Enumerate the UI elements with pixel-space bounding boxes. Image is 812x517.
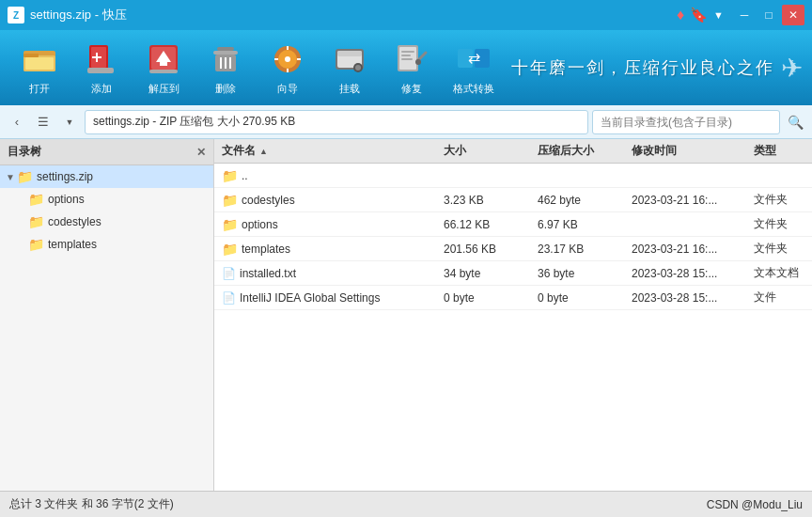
col-compressed-label: 压缩后大小: [538, 144, 594, 157]
row-type-installed: 文本文档: [750, 265, 812, 281]
branding-text: CSDN @Modu_Liu: [707, 498, 803, 511]
close-button[interactable]: ✕: [782, 5, 804, 25]
delete-label: 删除: [215, 82, 236, 96]
sidebar-close-button[interactable]: ✕: [196, 146, 206, 159]
svg-rect-35: [401, 55, 411, 56]
table-row[interactable]: 📁 templates 201.56 KB 23.17 KB 2023-03-2…: [214, 237, 812, 261]
status-text: 总计 3 文件夹 和 36 字节(2 文件): [9, 496, 174, 512]
col-size-label: 大小: [444, 144, 466, 157]
sidebar-item-codestyles[interactable]: 📁 codestyles: [0, 211, 213, 233]
col-header-modified[interactable]: 修改时间: [628, 143, 750, 159]
svg-rect-15: [213, 51, 238, 55]
dropdown-icon[interactable]: ▼: [713, 9, 724, 21]
mount-icon: [331, 40, 368, 78]
table-row[interactable]: 📄 installed.txt 34 byte 36 byte 2023-03-…: [214, 261, 812, 286]
window-controls: ─ □ ✕: [733, 5, 804, 25]
sidebar-item-label-settings-zip: settings.zip: [37, 170, 93, 183]
row-compressed-options: 6.97 KB: [534, 218, 628, 231]
convert-label: 格式转换: [453, 82, 494, 96]
row-compressed-installed: 36 byte: [534, 267, 628, 280]
row-modified-intellij: 2023-03-28 15:...: [628, 291, 750, 305]
table-row[interactable]: 📄 IntelliJ IDEA Global Settings 0 byte 0…: [214, 286, 812, 310]
table-row[interactable]: 📁 ..: [214, 164, 812, 188]
repair-icon: [393, 40, 430, 78]
extract-label: 解压到: [148, 82, 180, 96]
col-header-type[interactable]: 类型: [750, 143, 812, 159]
row-type-templates: 文件夹: [750, 241, 812, 257]
row-compressed-intellij: 0 byte: [534, 291, 628, 305]
sidebar-item-settings-zip[interactable]: ▼ 📁 settings.zip: [0, 165, 213, 188]
add-button[interactable]: 添加: [71, 34, 132, 102]
row-compressed-codestyles: 462 byte: [534, 194, 628, 207]
row-modified-installed: 2023-03-28 15:...: [628, 267, 750, 280]
plane-decoration: ✈: [781, 53, 803, 84]
svg-line-37: [418, 53, 426, 60]
open-icon: [21, 40, 58, 78]
mount-label: 挂载: [339, 82, 360, 96]
row-modified-templates: 2023-03-21 16:...: [628, 243, 750, 256]
row-type-options: 文件夹: [750, 216, 812, 232]
view-toggle-button[interactable]: ☰: [32, 111, 55, 133]
table-row[interactable]: 📁 codestyles 3.23 KB 462 byte 2023-03-21…: [214, 188, 812, 212]
wizard-icon: [269, 40, 306, 78]
row-size-codestyles: 3.23 KB: [440, 194, 534, 207]
convert-button[interactable]: ⇄ 格式转换: [444, 34, 504, 102]
row-compressed-templates: 23.17 KB: [534, 243, 628, 256]
extract-icon: [145, 40, 182, 78]
extract-button[interactable]: 解压到: [133, 34, 194, 102]
minimize-button[interactable]: ─: [733, 5, 756, 25]
svg-rect-34: [401, 51, 414, 53]
row-name-templates: templates: [242, 243, 290, 256]
row-size-templates: 201.56 KB: [440, 243, 534, 256]
sidebar-item-options[interactable]: 📁 options: [0, 188, 213, 211]
wizard-button[interactable]: 向导: [258, 34, 318, 102]
wizard-label: 向导: [277, 82, 298, 96]
row-icon-templates: 📁: [222, 242, 238, 257]
maximize-button[interactable]: □: [757, 5, 780, 25]
folder-icon-templates: 📁: [28, 237, 44, 252]
row-icon-intellij: 📄: [222, 291, 236, 305]
toolbar: 打开 添加 解压到: [0, 30, 812, 105]
back-button[interactable]: ‹: [6, 111, 28, 133]
row-icon-parent: 📁: [222, 168, 238, 183]
svg-rect-12: [160, 62, 167, 66]
sidebar: 目录树 ✕ ▼ 📁 settings.zip 📁 options 📁 codes…: [0, 139, 214, 491]
mount-button[interactable]: 挂载: [320, 34, 380, 102]
row-name-intellij: IntelliJ IDEA Global Settings: [240, 291, 380, 305]
row-modified-codestyles: 2023-03-21 16:...: [628, 194, 750, 207]
col-header-size[interactable]: 大小: [440, 143, 534, 159]
svg-point-26: [285, 56, 290, 62]
delete-button[interactable]: 删除: [195, 34, 256, 102]
search-button[interactable]: 🔍: [784, 111, 806, 133]
sidebar-item-label-templates: templates: [48, 238, 97, 251]
sidebar-item-label-codestyles: codestyles: [48, 215, 102, 228]
sidebar-item-templates[interactable]: 📁 templates: [0, 233, 213, 256]
title-bar-extra: ♦ 🔖 ▼: [677, 7, 724, 24]
col-header-compressed[interactable]: 压缩后大小: [534, 143, 628, 159]
file-list: 文件名 ▲ 大小 压缩后大小 修改时间 类型 📁 ..: [214, 139, 812, 491]
row-name-codestyles: codestyles: [242, 194, 295, 207]
svg-text:⇄: ⇄: [468, 50, 480, 66]
open-button[interactable]: 打开: [9, 34, 70, 102]
open-label: 打开: [29, 82, 50, 96]
row-icon-installed: 📄: [222, 267, 236, 280]
address-input[interactable]: [85, 110, 588, 134]
svg-rect-14: [217, 47, 234, 51]
row-icon-codestyles: 📁: [222, 193, 238, 208]
sidebar-header: 目录树 ✕: [0, 139, 213, 165]
sidebar-title: 目录树: [8, 144, 41, 160]
search-input[interactable]: [592, 110, 780, 134]
window-title: settings.zip - 快压: [30, 7, 677, 24]
col-header-name[interactable]: 文件名 ▲: [214, 143, 440, 159]
row-size-installed: 34 byte: [440, 267, 534, 280]
bookmark-icon[interactable]: 🔖: [690, 7, 708, 24]
svg-rect-2: [23, 54, 39, 57]
table-row[interactable]: 📁 options 66.12 KB 6.97 KB 文件夹: [214, 212, 812, 237]
repair-label: 修复: [401, 82, 422, 96]
address-bar: ‹ ☰ ▼ 🔍: [0, 105, 812, 139]
repair-button[interactable]: 修复: [382, 34, 442, 102]
row-size-options: 66.12 KB: [440, 218, 534, 231]
folder-icon-options: 📁: [28, 192, 44, 207]
row-size-intellij: 0 byte: [440, 291, 534, 305]
view-dropdown-button[interactable]: ▼: [58, 111, 81, 133]
